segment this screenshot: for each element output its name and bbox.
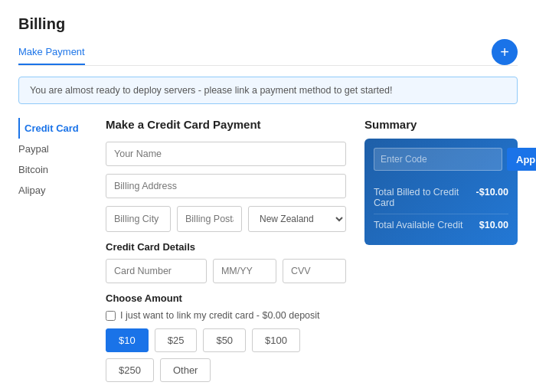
amount-btn-100[interactable]: $100 bbox=[252, 328, 300, 352]
sidebar: Credit Card Paypal Bitcoin Alipay bbox=[18, 118, 87, 392]
billing-country-select[interactable]: New Zealand Australia United States Unit… bbox=[248, 206, 346, 232]
summary-line-credit: Total Available Credit $10.00 bbox=[374, 214, 508, 236]
sidebar-item-alipay[interactable]: Alipay bbox=[18, 180, 87, 201]
summary-panel: Summary Apply Total Billed to Credit Car… bbox=[364, 118, 518, 392]
amount-btn-10[interactable]: $10 bbox=[106, 328, 149, 352]
your-name-input[interactable] bbox=[106, 142, 346, 166]
billed-label: Total Billed to Credit Card bbox=[374, 187, 476, 208]
cvv-input[interactable] bbox=[283, 259, 346, 283]
mm-yy-input[interactable] bbox=[213, 259, 276, 283]
billed-value: -$10.00 bbox=[476, 187, 508, 208]
add-button[interactable]: + bbox=[492, 39, 518, 65]
sidebar-item-credit-card[interactable]: Credit Card bbox=[18, 118, 87, 139]
summary-line-billed: Total Billed to Credit Card -$10.00 bbox=[374, 181, 508, 214]
form-title: Make a Credit Card Payment bbox=[106, 118, 346, 131]
summary-title: Summary bbox=[364, 118, 518, 131]
summary-card: Apply Total Billed to Credit Card -$10.0… bbox=[364, 139, 518, 245]
link-only-label: I just want to link my credit card - $0.… bbox=[120, 310, 320, 321]
amount-btn-250[interactable]: $250 bbox=[106, 358, 154, 382]
coupon-code-input[interactable] bbox=[374, 148, 502, 171]
sidebar-item-bitcoin[interactable]: Bitcoin bbox=[18, 159, 87, 180]
link-only-checkbox[interactable] bbox=[106, 311, 116, 321]
page-title: Billing bbox=[18, 15, 518, 33]
apply-button[interactable]: Apply bbox=[507, 148, 536, 171]
card-details-label: Credit Card Details bbox=[106, 241, 346, 253]
amount-btn-other[interactable]: Other bbox=[160, 358, 211, 382]
city-postal-country-row: New Zealand Australia United States Unit… bbox=[106, 206, 346, 232]
billing-address-row bbox=[106, 174, 346, 198]
sidebar-item-paypal[interactable]: Paypal bbox=[18, 139, 87, 159]
card-details-row bbox=[106, 259, 346, 283]
tabs-bar: Make Payment + bbox=[18, 39, 518, 66]
amount-buttons: $10 $25 $50 $100 $250 Other bbox=[106, 328, 346, 382]
credit-label: Total Available Credit bbox=[374, 220, 463, 230]
billing-address-input[interactable] bbox=[106, 174, 346, 198]
amount-btn-25[interactable]: $25 bbox=[155, 328, 198, 352]
billing-postal-input[interactable] bbox=[177, 206, 242, 232]
credit-value: $10.00 bbox=[479, 220, 508, 230]
billing-city-input[interactable] bbox=[106, 206, 171, 232]
your-name-row bbox=[106, 142, 346, 166]
code-row: Apply bbox=[374, 148, 508, 171]
main-layout: Credit Card Paypal Bitcoin Alipay Make a… bbox=[18, 118, 518, 392]
info-banner: You are almost ready to deploy servers -… bbox=[18, 77, 518, 104]
tab-make-payment[interactable]: Make Payment bbox=[18, 40, 85, 65]
card-number-input[interactable] bbox=[106, 259, 207, 283]
link-only-checkbox-row: I just want to link my credit card - $0.… bbox=[106, 310, 346, 321]
choose-amount-label: Choose Amount bbox=[106, 292, 346, 304]
amount-btn-50[interactable]: $50 bbox=[203, 328, 246, 352]
content-area: Make a Credit Card Payment New Zealand A… bbox=[106, 118, 346, 392]
